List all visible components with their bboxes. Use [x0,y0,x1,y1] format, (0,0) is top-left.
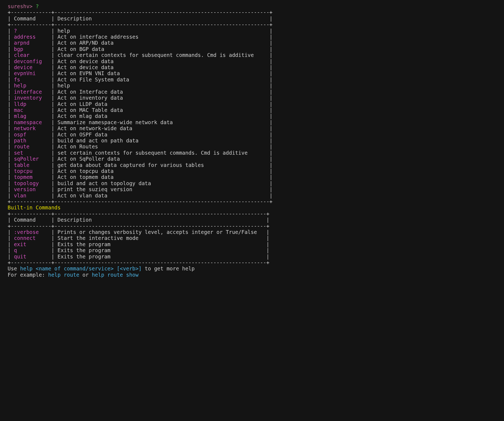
table-border: | [266,52,272,58]
table-border: | [8,83,14,89]
table-border: | [266,193,272,199]
table-header-description: Description [57,217,263,223]
table-border: | [48,16,57,22]
command-name: exit [14,241,48,247]
command-name: mlag [14,113,48,119]
table-border: | [48,150,57,156]
table-border: | [263,247,269,253]
table-border: | [8,95,14,101]
footer-example-a: help route [48,272,79,278]
table-header-description: Description [57,16,266,22]
table-border: | [8,180,14,186]
command-description: help [57,28,266,34]
table-border: | [48,46,57,52]
command-description: Exits the program [57,254,263,260]
command-name: interface [14,89,48,95]
command-name: devconfig [14,58,48,64]
table-border: | [48,132,57,138]
table-border: | [8,64,14,70]
table-border: | [8,46,14,52]
builtin-commands-header: Built-in Commands [8,205,60,211]
table-border: | [8,156,14,162]
table-border: | [8,125,14,131]
table-border: | [8,16,14,22]
table-border: | [48,70,57,76]
command-description: Act on interface addresses [57,34,266,40]
table-border: | [48,52,57,58]
command-description: Act on device data [57,58,266,64]
command-name: topmem [14,174,48,180]
command-name: path [14,138,48,144]
table-border: | [8,229,14,235]
table-border: | [266,144,272,150]
table-border: | [266,40,272,46]
command-name: table [14,162,48,168]
table-border: | [8,174,14,180]
table-border: | [266,95,272,101]
table-border: | [263,254,269,260]
table-border: | [48,241,57,247]
command-description: get data about data captured for various… [57,162,266,168]
command-name: connect [14,235,48,241]
table-border: +-------------+-------------------------… [8,211,269,217]
table-border: | [8,132,14,138]
table-border: | [8,168,14,174]
command-description: Act on EVPN VNI data [57,70,266,76]
command-description: Act on SqPoller data [57,156,266,162]
command-description: Act on OSPF data [57,132,266,138]
command-name: help [14,83,48,89]
table-border: | [8,34,14,40]
table-border: | [263,217,269,223]
table-border: | [48,138,57,144]
command-description: Act on network-wide data [57,125,266,131]
table-border: | [48,156,57,162]
command-name: sqPoller [14,156,48,162]
footer-text: For example: [8,272,48,278]
command-description: Act on device data [57,64,266,70]
table-border: | [48,40,57,46]
table-border: | [8,144,14,150]
table-border: | [8,107,14,113]
command-description: Act on topmem data [57,174,266,180]
table-border: | [266,168,272,174]
table-border: +-------------+-------------------------… [8,22,272,28]
command-name: network [14,125,48,131]
footer-text: or [79,272,92,278]
table-border: | [8,52,14,58]
command-name: clear [14,52,48,58]
command-name: set [14,150,48,156]
table-border: | [48,83,57,89]
table-border: | [48,119,57,125]
table-border: | [263,241,269,247]
table-border: | [8,138,14,144]
prompt-command[interactable]: ? [36,3,39,9]
command-name: address [14,34,48,40]
table-border: | [266,162,272,168]
command-name: topcpu [14,168,48,174]
table-border: | [266,83,272,89]
table-border: | [48,95,57,101]
command-name: mac [14,107,48,113]
command-description: build and act on topology data [57,180,266,186]
table-border: | [8,119,14,125]
table-border: | [8,40,14,46]
command-description: help [57,83,266,89]
command-description: Act on Interface data [57,89,266,95]
command-description: Prints or changes verbosity level, accep… [57,229,263,235]
table-border: | [266,46,272,52]
table-border: | [266,186,272,192]
command-name: ? [14,28,48,34]
table-border: | [8,70,14,76]
command-name: quit [14,254,48,260]
footer-text: to get more help [142,266,195,271]
table-border: | [266,113,272,119]
table-border: | [48,180,57,186]
table-border: | [8,101,14,107]
table-border: | [8,89,14,95]
table-border: | [48,125,57,131]
footer-help-keyword: help [20,266,33,271]
command-description: Act on inventory data [57,95,266,101]
table-border: | [48,113,57,119]
terminal-output: sureshv> ? +-------------+--------------… [0,0,504,283]
table-border: | [48,28,57,34]
